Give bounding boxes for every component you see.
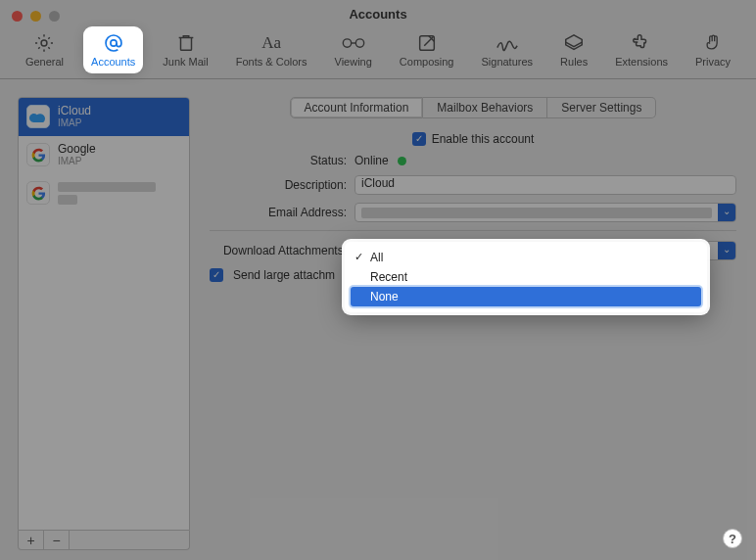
- svg-point-0: [42, 40, 48, 46]
- account-item-icloud[interactable]: iCloud IMAP: [19, 98, 189, 136]
- tab-viewing[interactable]: Viewing: [331, 30, 376, 70]
- close-window-icon[interactable]: [12, 11, 23, 22]
- rules-icon: [561, 32, 587, 54]
- status-value: Online: [354, 154, 389, 167]
- tab-general-label: General: [25, 56, 64, 68]
- minimize-window-icon[interactable]: [30, 11, 41, 22]
- trash-icon: [173, 32, 199, 54]
- preferences-toolbar: General Accounts Junk Mail Aa Fonts & Co…: [0, 28, 756, 79]
- tab-extensions-label: Extensions: [615, 56, 668, 68]
- fonts-icon: Aa: [259, 32, 284, 54]
- tab-composing-label: Composing: [400, 56, 454, 68]
- description-field[interactable]: iCloud: [354, 175, 736, 195]
- chevron-up-down-icon: [718, 204, 735, 221]
- tab-rules[interactable]: Rules: [556, 30, 591, 70]
- download-attachments-menu[interactable]: All Recent None: [345, 242, 707, 312]
- menu-item-none[interactable]: None: [351, 287, 701, 306]
- email-address-label: Email Address:: [210, 206, 347, 219]
- account-subtabs: Account Information Mailbox Behaviors Se…: [204, 97, 742, 118]
- account-name: iCloud: [58, 105, 91, 117]
- tab-privacy[interactable]: Privacy: [691, 30, 734, 70]
- compose-icon: [414, 32, 440, 54]
- window-title: Accounts: [0, 0, 756, 28]
- description-label: Description:: [210, 178, 347, 192]
- hand-icon: [700, 32, 726, 54]
- puzzle-icon: [629, 32, 654, 54]
- tab-junk-mail[interactable]: Junk Mail: [159, 30, 212, 70]
- account-item-redacted[interactable]: [19, 174, 189, 212]
- tab-fonts-label: Fonts & Colors: [236, 56, 307, 68]
- glasses-icon: [341, 32, 366, 54]
- send-large-attachments-checkbox[interactable]: [210, 268, 223, 282]
- svg-point-1: [111, 40, 117, 46]
- sidebar-footer-spacer: [70, 531, 189, 549]
- account-list[interactable]: iCloud IMAP Google IMAP: [18, 97, 190, 531]
- account-protocol: IMAP: [58, 156, 96, 166]
- tab-accounts[interactable]: Accounts: [87, 30, 139, 70]
- google-icon: [26, 181, 50, 205]
- email-address-dropdown[interactable]: [354, 203, 736, 222]
- tab-composing[interactable]: Composing: [396, 30, 458, 70]
- tab-junk-label: Junk Mail: [163, 56, 208, 68]
- status-label: Status:: [210, 154, 347, 167]
- tab-fonts-colors[interactable]: Aa Fonts & Colors: [232, 30, 311, 70]
- send-large-attachments-label: Send large attachm: [233, 268, 335, 282]
- chevron-up-down-icon: [718, 242, 735, 259]
- subtab-server-settings[interactable]: Server Settings: [547, 97, 656, 118]
- menu-item-all[interactable]: All: [351, 248, 701, 267]
- tab-signatures-label: Signatures: [481, 56, 533, 68]
- download-attachments-label: Download Attachments:: [210, 244, 347, 257]
- tab-viewing-label: Viewing: [335, 56, 372, 68]
- online-indicator-icon: [398, 157, 406, 165]
- svg-point-3: [355, 39, 363, 47]
- enable-account-label: Enable this account: [432, 132, 535, 146]
- redacted-text: [58, 195, 77, 205]
- divider: [210, 230, 736, 231]
- account-item-google[interactable]: Google IMAP: [19, 136, 189, 174]
- gear-icon: [31, 32, 57, 54]
- tab-signatures[interactable]: Signatures: [477, 30, 537, 70]
- tab-privacy-label: Privacy: [695, 56, 731, 68]
- enable-account-checkbox[interactable]: [412, 132, 426, 146]
- subtab-account-information[interactable]: Account Information: [290, 97, 424, 118]
- add-account-button[interactable]: +: [19, 531, 44, 549]
- svg-point-2: [343, 39, 351, 47]
- tab-rules-label: Rules: [560, 56, 588, 68]
- signature-icon: [495, 32, 520, 54]
- redacted-text: [58, 182, 156, 192]
- google-icon: [26, 143, 50, 166]
- redacted-text: [361, 208, 712, 218]
- account-name: Google: [58, 143, 96, 156]
- tab-accounts-label: Accounts: [91, 56, 135, 68]
- zoom-window-icon[interactable]: [49, 11, 60, 22]
- help-button[interactable]: ?: [723, 529, 742, 548]
- account-protocol: IMAP: [58, 117, 91, 128]
- menu-item-recent[interactable]: Recent: [351, 267, 701, 287]
- window-controls[interactable]: [12, 11, 60, 22]
- subtab-mailbox-behaviors[interactable]: Mailbox Behaviors: [423, 97, 547, 118]
- tab-extensions[interactable]: Extensions: [611, 30, 672, 70]
- remove-account-button[interactable]: −: [44, 531, 70, 549]
- cloud-icon: [26, 105, 50, 128]
- tab-general[interactable]: General: [22, 30, 68, 70]
- at-sign-icon: [101, 32, 126, 54]
